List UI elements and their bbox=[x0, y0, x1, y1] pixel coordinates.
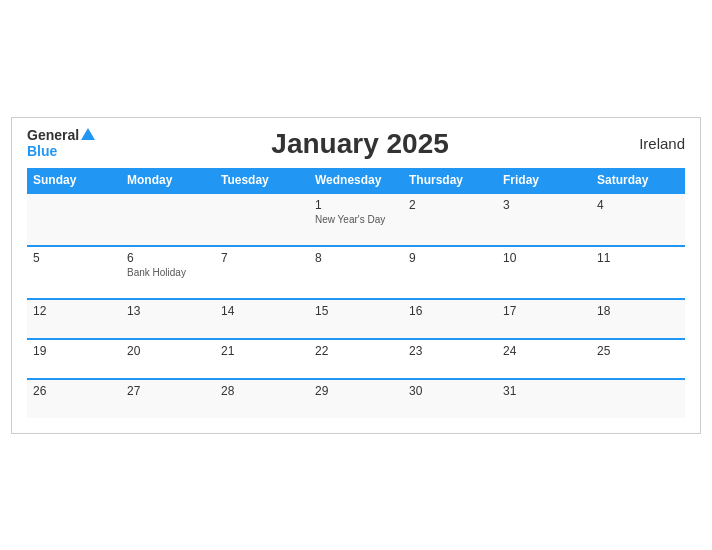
day-number: 15 bbox=[315, 304, 397, 318]
week-row-2: 12131415161718 bbox=[27, 299, 685, 339]
calendar-cell: 25 bbox=[591, 339, 685, 379]
calendar-cell bbox=[215, 193, 309, 246]
day-number: 25 bbox=[597, 344, 679, 358]
calendar-tbody: 1New Year's Day23456Bank Holiday78910111… bbox=[27, 193, 685, 418]
weekday-header-monday: Monday bbox=[121, 168, 215, 193]
day-number: 3 bbox=[503, 198, 585, 212]
calendar-cell: 16 bbox=[403, 299, 497, 339]
country-label: Ireland bbox=[625, 135, 685, 152]
calendar-cell: 11 bbox=[591, 246, 685, 299]
day-number: 17 bbox=[503, 304, 585, 318]
calendar-cell: 7 bbox=[215, 246, 309, 299]
calendar-cell: 4 bbox=[591, 193, 685, 246]
calendar-cell: 15 bbox=[309, 299, 403, 339]
day-number: 23 bbox=[409, 344, 491, 358]
calendar-cell: 28 bbox=[215, 379, 309, 418]
weekday-header-thursday: Thursday bbox=[403, 168, 497, 193]
weekday-header-friday: Friday bbox=[497, 168, 591, 193]
day-number: 19 bbox=[33, 344, 115, 358]
logo-general-text: General bbox=[27, 128, 95, 143]
day-number: 4 bbox=[597, 198, 679, 212]
calendar-cell: 5 bbox=[27, 246, 121, 299]
calendar-cell: 10 bbox=[497, 246, 591, 299]
weekday-header-wednesday: Wednesday bbox=[309, 168, 403, 193]
calendar-cell: 9 bbox=[403, 246, 497, 299]
event-label: Bank Holiday bbox=[127, 267, 209, 278]
day-number: 1 bbox=[315, 198, 397, 212]
calendar-cell: 13 bbox=[121, 299, 215, 339]
calendar-cell: 6Bank Holiday bbox=[121, 246, 215, 299]
weekday-header-tuesday: Tuesday bbox=[215, 168, 309, 193]
day-number: 27 bbox=[127, 384, 209, 398]
day-number: 12 bbox=[33, 304, 115, 318]
calendar-cell: 3 bbox=[497, 193, 591, 246]
day-number: 22 bbox=[315, 344, 397, 358]
day-number: 29 bbox=[315, 384, 397, 398]
event-label: New Year's Day bbox=[315, 214, 397, 225]
calendar-cell: 18 bbox=[591, 299, 685, 339]
day-number: 20 bbox=[127, 344, 209, 358]
calendar-cell: 23 bbox=[403, 339, 497, 379]
logo: General Blue bbox=[27, 128, 95, 159]
logo-triangle-icon bbox=[81, 128, 95, 140]
calendar-cell: 24 bbox=[497, 339, 591, 379]
weekday-header-sunday: Sunday bbox=[27, 168, 121, 193]
calendar-cell: 22 bbox=[309, 339, 403, 379]
day-number: 13 bbox=[127, 304, 209, 318]
calendar-cell bbox=[121, 193, 215, 246]
calendar-cell: 21 bbox=[215, 339, 309, 379]
calendar-cell: 27 bbox=[121, 379, 215, 418]
calendar-cell: 26 bbox=[27, 379, 121, 418]
weekday-header-saturday: Saturday bbox=[591, 168, 685, 193]
calendar-cell: 17 bbox=[497, 299, 591, 339]
calendar-cell: 12 bbox=[27, 299, 121, 339]
week-row-3: 19202122232425 bbox=[27, 339, 685, 379]
day-number: 6 bbox=[127, 251, 209, 265]
calendar-title: January 2025 bbox=[95, 128, 625, 160]
calendar-thead: SundayMondayTuesdayWednesdayThursdayFrid… bbox=[27, 168, 685, 193]
calendar-cell bbox=[27, 193, 121, 246]
day-number: 24 bbox=[503, 344, 585, 358]
day-number: 14 bbox=[221, 304, 303, 318]
calendar-cell: 30 bbox=[403, 379, 497, 418]
day-number: 16 bbox=[409, 304, 491, 318]
calendar-header: General Blue January 2025 Ireland bbox=[27, 128, 685, 160]
day-number: 11 bbox=[597, 251, 679, 265]
day-number: 10 bbox=[503, 251, 585, 265]
calendar-cell bbox=[591, 379, 685, 418]
day-number: 9 bbox=[409, 251, 491, 265]
day-number: 8 bbox=[315, 251, 397, 265]
calendar-cell: 19 bbox=[27, 339, 121, 379]
weekday-header-row: SundayMondayTuesdayWednesdayThursdayFrid… bbox=[27, 168, 685, 193]
week-row-1: 56Bank Holiday7891011 bbox=[27, 246, 685, 299]
day-number: 7 bbox=[221, 251, 303, 265]
day-number: 26 bbox=[33, 384, 115, 398]
calendar-cell: 31 bbox=[497, 379, 591, 418]
week-row-0: 1New Year's Day234 bbox=[27, 193, 685, 246]
day-number: 5 bbox=[33, 251, 115, 265]
day-number: 30 bbox=[409, 384, 491, 398]
day-number: 21 bbox=[221, 344, 303, 358]
week-row-4: 262728293031 bbox=[27, 379, 685, 418]
calendar-cell: 2 bbox=[403, 193, 497, 246]
calendar-cell: 29 bbox=[309, 379, 403, 418]
day-number: 28 bbox=[221, 384, 303, 398]
calendar-table: SundayMondayTuesdayWednesdayThursdayFrid… bbox=[27, 168, 685, 418]
calendar-cell: 20 bbox=[121, 339, 215, 379]
day-number: 31 bbox=[503, 384, 585, 398]
calendar-cell: 14 bbox=[215, 299, 309, 339]
day-number: 2 bbox=[409, 198, 491, 212]
calendar-container: General Blue January 2025 Ireland Sunday… bbox=[11, 117, 701, 434]
logo-blue-text: Blue bbox=[27, 144, 95, 159]
day-number: 18 bbox=[597, 304, 679, 318]
calendar-cell: 8 bbox=[309, 246, 403, 299]
calendar-cell: 1New Year's Day bbox=[309, 193, 403, 246]
